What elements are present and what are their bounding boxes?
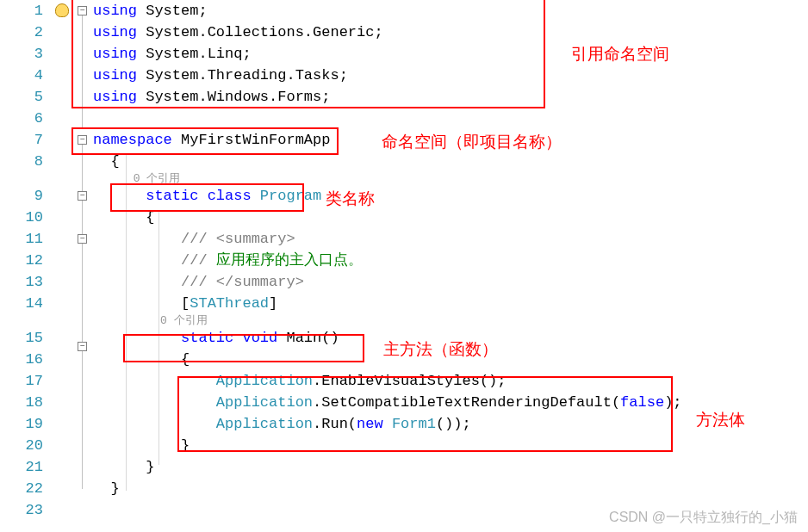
line-number: 6 <box>0 108 43 129</box>
line-number-gutter: 1 2 3 4 5 6 7 8 9 10 11 12 13 14 15 16 1… <box>0 0 50 532</box>
line-number: 11 <box>0 228 43 250</box>
line-number: 18 <box>0 392 43 413</box>
line-number: 16 <box>0 349 43 370</box>
line-number: 8 <box>0 151 43 172</box>
code-line: } <box>93 456 808 478</box>
code-line: using System.Threading.Tasks; <box>93 65 808 86</box>
code-line: using System; <box>93 0 808 22</box>
code-line: } <box>93 478 808 499</box>
line-number: 14 <box>0 293 43 314</box>
fold-line <box>82 15 83 129</box>
line-number: 4 <box>0 65 43 86</box>
annotation-label-namespace: 命名空间（即项目名称） <box>382 131 562 153</box>
code-line: using System.Windows.Forms; <box>93 86 808 108</box>
line-number: 5 <box>0 86 43 108</box>
line-number: 1 <box>0 0 43 22</box>
line-number: 9 <box>0 185 43 207</box>
line-number: 15 <box>0 327 43 349</box>
fold-toggle[interactable] <box>78 191 87 201</box>
annotation-label-main: 主方法（函数） <box>383 338 498 361</box>
code-line: /// 应用程序的主入口点。 <box>93 250 808 271</box>
indent-guide <box>158 211 159 465</box>
line-number: 22 <box>0 478 43 499</box>
line-number: 19 <box>0 413 43 435</box>
code-line: { <box>93 207 808 228</box>
fold-toggle[interactable] <box>78 135 87 145</box>
code-line: static class Program <box>93 185 808 207</box>
code-editor: 1 2 3 4 5 6 7 8 9 10 11 12 13 14 15 16 1… <box>0 0 808 532</box>
line-number: 21 <box>0 456 43 478</box>
line-number: 3 <box>0 43 43 65</box>
code-line: /// </summary> <box>93 271 808 293</box>
fold-toggle[interactable] <box>78 234 87 244</box>
line-number: 7 <box>0 129 43 151</box>
annotation-label-usings: 引用命名空间 <box>571 43 669 65</box>
watermark: CSDN @一只特立独行的_小猫 <box>609 509 798 527</box>
code-line: [STAThread] <box>93 293 808 314</box>
code-area[interactable]: using System; using System.Collections.G… <box>93 0 808 532</box>
line-number: 20 <box>0 435 43 456</box>
line-number: 17 <box>0 370 43 392</box>
line-number: 2 <box>0 22 43 43</box>
line-number: 13 <box>0 271 43 293</box>
code-line: using System.Collections.Generic; <box>93 22 808 43</box>
fold-toggle[interactable] <box>78 6 87 15</box>
codelens-references[interactable]: 0 个引用 <box>93 172 808 185</box>
code-line: Application.EnableVisualStyles(); <box>93 370 808 392</box>
line-number: 23 <box>0 499 43 521</box>
code-line: using System.Linq; <box>93 43 808 65</box>
code-line: /// <summary> <box>93 228 808 250</box>
fold-toggle[interactable] <box>78 342 87 351</box>
lightbulb-icon[interactable] <box>55 3 69 17</box>
code-line <box>93 108 808 129</box>
fold-column <box>76 0 93 532</box>
indent-guide <box>126 155 127 491</box>
annotation-label-body: 方法体 <box>696 409 745 431</box>
code-line: } <box>93 435 808 456</box>
line-number: 12 <box>0 250 43 271</box>
line-number: 10 <box>0 207 43 228</box>
codelens-references[interactable]: 0 个引用 <box>93 314 808 327</box>
code-line: { <box>93 151 808 172</box>
annotation-label-class: 类名称 <box>326 188 375 210</box>
margin-icons <box>50 0 76 532</box>
